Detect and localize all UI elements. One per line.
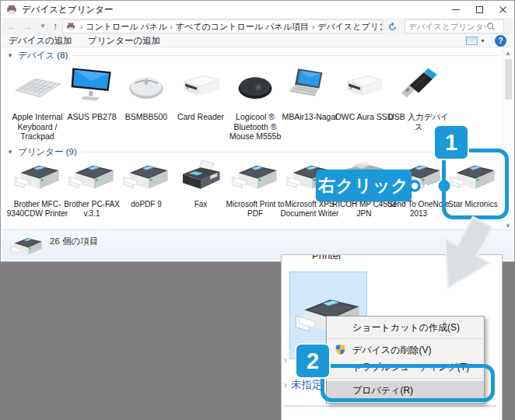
location-icon [66,22,75,31]
menu-item[interactable]: ショートカットの作成(S) [327,319,484,336]
selected-item-icon [9,233,44,258]
device-tile[interactable]: Apple Internal Keyboard / Trackpad [10,63,65,142]
help-button[interactable]: ? [495,35,506,47]
menu-item-label: ショートカットの作成(S) [352,321,460,334]
drive-icon [175,65,226,103]
usb-icon [393,65,444,103]
expand-chevron-icon: › [284,355,287,366]
refresh-icon [387,22,398,32]
breadcrumb-item[interactable]: すべてのコントロール パネル項目 [176,22,309,31]
section-rule [72,55,499,56]
section-divider [285,405,496,407]
breadcrumb-separator-icon: › [312,23,314,31]
device-tile[interactable]: MBAir13-Nagai [282,63,337,142]
maximize-icon [476,6,483,13]
device-tile[interactable]: Logicool ® Bluetooth ® Mouse M555b [228,63,282,142]
printers-section-header[interactable]: ▼ プリンター (9) [7,146,499,158]
add-device-button[interactable]: デバイスの追加 [9,35,72,47]
scroll-up-icon[interactable]: ▲ [505,50,511,57]
minimize-button[interactable] [444,1,468,18]
printer-icon [13,158,61,194]
back-button[interactable]: ← [5,22,19,31]
step1-badge: 1 [433,124,469,160]
device-tile[interactable]: BSMBB500 [119,63,173,142]
expand-chevron-icon: › [284,380,287,390]
uac-shield-icon [335,344,346,355]
address-bar: ← → ▼ ↑ ›コントロール パネル›すべてのコントロール パネル項目›デバイ… [2,18,513,35]
view-thumbnail-icon [466,37,478,45]
search-box[interactable] [405,19,504,33]
devices-row: Apple Internal Keyboard / TrackpadASUS P… [10,63,446,142]
devices-section-label: デバイス (8) [18,50,68,61]
scrollbar-thumb[interactable] [505,59,512,100]
mouse-dark-icon [229,65,281,103]
printer-tile[interactable]: doPDF 9 [119,157,173,219]
mouse-light-icon [121,65,172,103]
window-title: デバイスとプリンター [22,4,113,16]
category-row: › 未指定 [284,378,323,392]
forward-button[interactable]: → [21,22,35,31]
step2-highlight-outline [321,364,495,402]
printer-icon [122,158,170,194]
callout-connector-line [405,175,453,198]
devices-section-header[interactable]: ▼ デバイス (8) [7,50,499,61]
step2-badge: 2 [295,343,331,379]
title-bar: デバイスとプリンター [1,1,514,18]
device-tile[interactable]: ASUS PB278 [65,63,119,142]
command-toolbar: デバイスの追加 プリンターの追加 ▼ ? [2,35,513,47]
menu-separator [328,338,482,339]
breadcrumb: ›コントロール パネル›すべてのコントロール パネル項目›デバイスとプリンター [77,21,383,33]
menu-item[interactable]: デバイスの削除(V) [327,341,484,359]
app-icon [6,4,17,15]
breadcrumb-separator-icon: › [80,23,82,31]
printer-icon [231,158,279,194]
refresh-button[interactable] [385,19,401,33]
add-printer-button[interactable]: プリンターの追加 [88,35,160,47]
history-chevron-icon[interactable]: ▼ [37,23,48,30]
chevron-down-icon: ▼ [480,38,485,44]
address-field[interactable]: ›コントロール パネル›すべてのコントロール パネル項目›デバイスとプリンター … [62,19,383,33]
minimize-icon [452,9,460,10]
device-tile[interactable]: OWC Aura SSD [337,63,391,142]
collapse-chevron-icon: ▼ [7,52,13,59]
zoom-arrow-icon [420,210,515,303]
fax-icon [177,158,225,194]
breadcrumb-separator-icon: › [170,23,172,31]
close-button[interactable] [491,1,514,18]
drive-icon [338,65,390,103]
collapse-chevron-icon: ▼ [7,149,13,156]
menu-item-label: デバイスの削除(V) [352,344,431,357]
device-tile[interactable]: Card Reader [173,63,228,142]
printer-tile[interactable]: Brother PC-FAX v.3.1 [65,157,119,219]
breadcrumb-item[interactable]: デバイスとプリンター [317,22,383,31]
view-options-button[interactable]: ▼ [466,37,485,45]
printer-tile[interactable]: Microsoft Print to PDF [228,157,282,219]
maximize-button[interactable] [468,1,491,18]
items-count: 26 個の項目 [50,236,98,247]
unspecified-category-label[interactable]: 未指定 [291,378,323,392]
breadcrumb-item[interactable]: コントロール パネル [86,22,166,31]
clipped-printer-label: Printer [312,254,342,261]
right-click-callout: 右クリック [316,170,412,201]
close-icon [499,5,507,14]
up-button[interactable]: ↑ [51,22,60,31]
printer-tile[interactable]: Fax [173,157,228,219]
search-icon [486,22,496,31]
search-input[interactable] [408,22,486,31]
printer-icon [68,158,116,194]
printers-section-label: プリンター (9) [18,146,77,158]
keyboard-icon [12,65,63,103]
monitor-icon [66,65,117,103]
printer-tile[interactable]: Brother MFC-9340CDW Printer [10,157,65,219]
laptop-icon [284,65,335,103]
